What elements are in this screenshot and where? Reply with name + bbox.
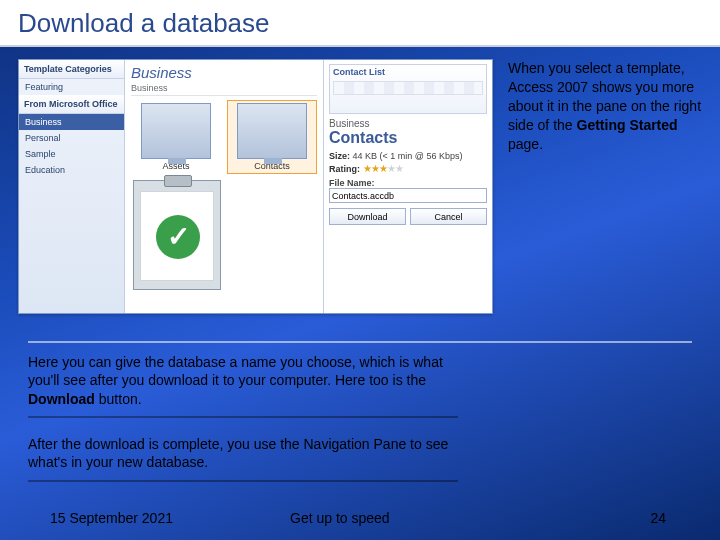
detail-category: Business [329,118,487,129]
sidebar-item-business[interactable]: Business [19,114,124,130]
sidebar-from-ms: From Microsoft Office [19,95,124,114]
monitor-icon [141,103,211,159]
template-categories-sidebar: Template Categories Featuring From Micro… [19,60,125,313]
filename-label: File Name: [329,178,487,188]
check-icon: ✓ [156,215,200,259]
right-explanatory-text: When you select a template, Access 2007 … [508,59,706,153]
right-text-bold: Getting Started [577,117,678,133]
monitor-icon [237,103,307,159]
para1-a: Here you can give the database a name yo… [28,354,443,388]
right-text-part2: page. [508,136,543,152]
paragraph-2: After the download is complete, you use … [28,435,458,482]
template-gallery: Business Business Assets Contacts ✓ [125,60,323,313]
gallery-subheader: Business [131,83,317,96]
footer-date: 15 September 2021 [50,510,173,526]
detail-name: Contacts [329,129,487,147]
title-bar: Download a database [0,0,720,47]
sidebar-item-sample[interactable]: Sample [19,146,124,162]
footer-page-number: 24 [650,510,666,526]
sidebar-item-personal[interactable]: Personal [19,130,124,146]
horizontal-divider [28,341,692,343]
size-label: Size: [329,151,350,161]
page-title: Download a database [18,8,702,39]
paragraph-1: Here you can give the database a name yo… [28,353,458,418]
sidebar-header: Template Categories [19,60,124,79]
rating-stars: ★★★★★ [363,163,403,174]
template-assets[interactable]: Assets [131,100,221,174]
clipboard-icon: ✓ [133,180,221,290]
size-value: 44 KB (< 1 min @ 56 Kbps) [353,151,463,161]
preview-title: Contact List [333,67,483,77]
rating-label: Rating: [329,164,360,174]
template-contacts[interactable]: Contacts [227,100,317,174]
footer-center: Get up to speed [290,510,390,526]
template-preview: Contact List [329,64,487,114]
access-screenshot: Template Categories Featuring From Micro… [18,59,493,314]
para1-bold: Download [28,391,95,407]
download-button[interactable]: Download [329,208,406,225]
slide-footer: 15 September 2021 Get up to speed 24 [0,510,720,526]
gallery-header: Business [131,64,317,81]
filename-input[interactable] [329,188,487,203]
template-detail-pane: Contact List Business Contacts Size: 44 … [323,60,492,313]
para1-c: button. [95,391,142,407]
sidebar-item-education[interactable]: Education [19,162,124,178]
preview-table [333,81,483,95]
cancel-button[interactable]: Cancel [410,208,487,225]
sidebar-item-featuring[interactable]: Featuring [19,79,124,95]
